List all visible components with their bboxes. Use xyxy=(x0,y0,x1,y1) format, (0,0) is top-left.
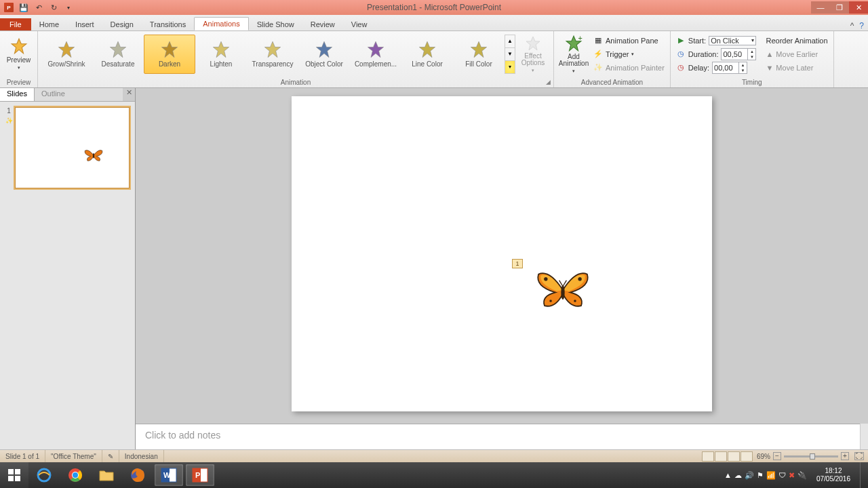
taskbar-firefox[interactable] xyxy=(123,464,152,486)
quick-access-toolbar: P 💾 ↶ ↻ ▾ xyxy=(0,1,75,14)
svg-point-16 xyxy=(549,300,552,302)
gallery-scroll-down[interactable]: ▼ xyxy=(505,48,515,61)
window-title: Presentation1 - Microsoft PowerPoint xyxy=(367,3,501,12)
effect-options-button: Effect Options▾ xyxy=(515,34,551,75)
tray-up-icon[interactable]: ▲ xyxy=(724,471,732,480)
gallery-item-growshrink[interactable]: Grow/Shrink xyxy=(41,35,92,74)
svg-point-15 xyxy=(578,277,581,281)
tray-onedrive-icon[interactable]: ☁ xyxy=(734,471,742,480)
gallery-scroll-up[interactable]: ▲ xyxy=(505,35,515,48)
gallery-item-lighten[interactable]: Lighten xyxy=(195,35,247,74)
zoom-slider[interactable] xyxy=(784,455,838,458)
svg-point-13 xyxy=(93,153,94,159)
animation-pane-button[interactable]: ▦Animation Pane xyxy=(591,34,667,47)
view-sorter-button[interactable] xyxy=(715,451,727,462)
close-button[interactable]: ✕ xyxy=(849,1,868,14)
view-slideshow-button[interactable] xyxy=(741,451,753,462)
tab-review[interactable]: Review xyxy=(302,18,343,30)
tab-transitions[interactable]: Transitions xyxy=(142,18,194,30)
status-slide-number[interactable]: Slide 1 of 1 xyxy=(0,450,45,462)
gallery-item-complemen[interactable]: Complemen... xyxy=(350,35,401,74)
close-panel-icon[interactable]: ✕ xyxy=(123,88,135,101)
tab-design[interactable]: Design xyxy=(102,18,142,30)
qat-dropdown-icon[interactable]: ▾ xyxy=(62,1,75,14)
notes-scrollbar[interactable] xyxy=(860,424,868,449)
zoom-level[interactable]: 69% xyxy=(757,453,770,460)
duration-spinner[interactable]: 00,50▲▼ xyxy=(721,48,756,60)
tray-battery-icon[interactable]: ✖ xyxy=(789,471,795,480)
undo-icon[interactable]: ↶ xyxy=(33,1,45,14)
tab-slides-panel[interactable]: Slides xyxy=(0,88,35,101)
add-animation-button[interactable]: + Add Animation▾ xyxy=(557,33,591,75)
tray-shield-icon[interactable]: 🛡 xyxy=(778,471,786,480)
tray-power-icon[interactable]: 🔌 xyxy=(797,471,807,480)
view-reading-button[interactable] xyxy=(728,451,740,462)
system-tray: ▲ ☁ 🔊 ⚑ 📶 🛡 ✖ 🔌 18:12 07/05/2016 xyxy=(724,462,868,488)
animation-gallery[interactable]: Grow/ShrinkDesaturateDarkenLightenTransp… xyxy=(41,35,505,74)
taskbar-word[interactable]: W xyxy=(155,464,183,486)
tab-animations[interactable]: Animations xyxy=(194,17,248,30)
tray-action-icon[interactable]: ⚑ xyxy=(757,471,764,480)
gallery-item-darken[interactable]: Darken xyxy=(144,35,195,74)
butterfly-image[interactable] xyxy=(532,266,593,313)
group-label-animation: Animation◢ xyxy=(38,77,553,87)
chrome-icon xyxy=(67,467,83,483)
delay-spinner[interactable]: 00,00▲▼ xyxy=(712,62,747,74)
preview-button[interactable]: Preview▾ xyxy=(3,36,35,72)
gallery-item-linecolor[interactable]: Line Color xyxy=(401,35,453,74)
tray-network-icon[interactable]: 📶 xyxy=(766,471,776,480)
minimize-button[interactable]: — xyxy=(811,1,830,14)
view-normal-button[interactable] xyxy=(702,451,714,462)
group-label-preview: Preview xyxy=(0,77,37,87)
tray-volume-icon[interactable]: 🔊 xyxy=(745,471,754,480)
status-language[interactable]: Indonesian xyxy=(119,450,164,462)
animation-launcher-icon[interactable]: ◢ xyxy=(546,79,551,85)
taskbar-chrome[interactable] xyxy=(61,464,90,486)
status-theme[interactable]: "Office Theme" xyxy=(45,450,102,462)
taskbar-powerpoint[interactable]: P xyxy=(186,464,214,486)
notes-pane[interactable]: Click to add notes xyxy=(136,424,860,449)
gallery-item-objectcolor[interactable]: Object Color xyxy=(298,35,350,74)
svg-marker-8 xyxy=(419,41,435,57)
gallery-item-fillcolor[interactable]: Fill Color xyxy=(453,35,505,74)
tab-file[interactable]: File xyxy=(0,18,31,30)
tab-slideshow[interactable]: Slide Show xyxy=(249,18,302,30)
svg-rect-19 xyxy=(8,469,14,474)
app-icon[interactable]: P xyxy=(3,1,15,14)
start-select[interactable]: On Click▾ xyxy=(709,36,756,45)
svg-marker-7 xyxy=(368,41,383,57)
trigger-button[interactable]: ⚡Trigger ▾ xyxy=(591,47,667,61)
move-up-icon: ▲ xyxy=(766,50,773,58)
delay-clock-icon: ◷ xyxy=(676,63,686,73)
tab-home[interactable]: Home xyxy=(31,18,67,30)
gallery-item-desaturate[interactable]: Desaturate xyxy=(92,35,144,74)
zoom-out-button[interactable]: − xyxy=(773,452,781,460)
taskbar-explorer[interactable] xyxy=(92,464,121,486)
status-spellcheck[interactable]: ✎ xyxy=(102,450,119,462)
redo-icon[interactable]: ↻ xyxy=(47,1,60,14)
zoom-in-button[interactable]: + xyxy=(841,452,849,460)
maximize-button[interactable]: ❐ xyxy=(830,1,849,14)
start-label: Start: xyxy=(688,37,706,45)
window-controls: — ❐ ✕ xyxy=(811,1,868,14)
tab-view[interactable]: View xyxy=(343,18,376,30)
svg-marker-9 xyxy=(471,41,486,57)
slide-thumbnail-1[interactable] xyxy=(15,107,130,188)
taskbar-ie[interactable] xyxy=(30,464,58,486)
group-label-advanced: Advanced Animation xyxy=(554,77,670,87)
tab-outline-panel[interactable]: Outline xyxy=(35,88,72,101)
gallery-more-button[interactable]: ▾ xyxy=(505,61,515,73)
gallery-item-transparency[interactable]: Transparency xyxy=(247,35,298,74)
reorder-animation-label: Reorder Animation xyxy=(763,34,830,47)
clock[interactable]: 18:12 07/05/2016 xyxy=(812,467,854,483)
start-button[interactable] xyxy=(0,462,28,488)
animation-indicator-icon: ✨ xyxy=(5,117,13,124)
help-icon[interactable]: ? xyxy=(859,21,864,30)
animation-order-tag[interactable]: 1 xyxy=(512,259,523,268)
minimize-ribbon-icon[interactable]: ^ xyxy=(850,21,854,30)
save-icon[interactable]: 💾 xyxy=(18,1,30,14)
show-desktop-button[interactable] xyxy=(860,462,865,488)
tab-insert[interactable]: Insert xyxy=(67,18,102,30)
slide-canvas[interactable]: 1 xyxy=(292,96,712,411)
fit-to-window-button[interactable]: ⛶ xyxy=(854,452,864,460)
